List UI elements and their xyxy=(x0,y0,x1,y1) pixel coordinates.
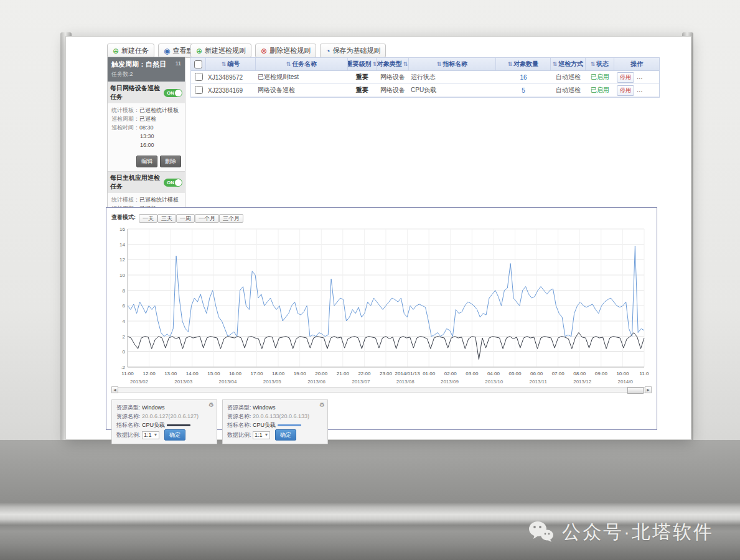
sidebar-header: 触发周期：自然日 任务数:2 11 xyxy=(108,57,185,82)
col-metric[interactable]: ⇅指标名称 xyxy=(409,58,496,70)
cell-count-link[interactable]: 5 xyxy=(496,87,551,94)
sort-icon: ⇅ xyxy=(222,61,227,67)
task-toggle[interactable]: ON xyxy=(164,179,182,187)
stop-button[interactable]: 停用 xyxy=(617,72,634,83)
cell-actions: 停用 编辑 删除 xyxy=(614,72,659,83)
cell-name: 已巡检规则test xyxy=(256,73,348,82)
new-task-label: 新建任务 xyxy=(121,46,149,55)
view-mode-button[interactable]: 一周 xyxy=(176,214,195,223)
col-label: 对象类型 xyxy=(377,60,402,68)
row-select-cell xyxy=(191,73,206,82)
task-card: 每日网络设备巡检任务 ON 统计模板：已巡检统计模板 巡检周期：已巡检 巡检时间… xyxy=(108,82,185,171)
trigger-period-title: 触发周期：自然日 xyxy=(111,60,181,69)
cell-metric: 运行状态 xyxy=(409,73,496,82)
svg-text:0: 0 xyxy=(123,349,126,355)
task-card-title-row: 每日主机应用巡检任务 ON xyxy=(108,172,185,193)
svg-text:04:00: 04:00 xyxy=(487,371,500,376)
delete-icon: ⊗ xyxy=(261,47,267,55)
metric-value: CPU负载 xyxy=(253,422,276,428)
svg-text:17:00: 17:00 xyxy=(250,371,263,376)
ratio-select[interactable]: 1:1▼ xyxy=(253,431,270,439)
ok-button[interactable]: 确定 xyxy=(275,429,296,441)
delete-rule-button[interactable]: ⊗ 删除巡检规则 xyxy=(255,44,316,58)
extra-time: 13:30 xyxy=(111,132,181,141)
gear-icon[interactable]: ⚙ xyxy=(208,401,214,408)
col-label: 指标名称 xyxy=(443,60,467,68)
view-mode-button[interactable]: 三天 xyxy=(157,214,176,223)
svg-text:2: 2 xyxy=(123,334,126,340)
type-label: 资源类型: xyxy=(116,404,141,411)
ok-button[interactable]: 确定 xyxy=(164,429,185,441)
row-checkbox[interactable] xyxy=(195,73,203,81)
cell-status: 已启用 xyxy=(586,73,614,82)
watermark: 公众号·北塔软件 xyxy=(528,520,714,545)
svg-text:-2: -2 xyxy=(121,365,126,370)
sort-icon: ⇅ xyxy=(437,61,442,67)
col-mode[interactable]: ⇅巡检方式 xyxy=(551,58,586,70)
svg-text:10: 10 xyxy=(119,273,125,278)
col-obj-type[interactable]: 对象类型⇅ xyxy=(377,58,409,70)
view-mode-label: 查看模式: xyxy=(111,213,136,222)
name-value: 20.0.6.127(20.0.6.127) xyxy=(142,413,199,419)
cell-actions: 停用 编辑 删除 xyxy=(614,85,659,96)
col-status[interactable]: ⇅状态 xyxy=(586,58,614,70)
task-delete-button[interactable]: 删除 xyxy=(160,156,181,167)
task-count: 任务数:2 xyxy=(111,70,181,78)
svg-text:18:00: 18:00 xyxy=(272,371,285,376)
select-all-checkbox[interactable] xyxy=(194,60,202,68)
scroll-right-arrow[interactable]: ► xyxy=(645,386,652,393)
col-name[interactable]: ⇅任务名称 xyxy=(256,58,348,70)
metric-label: 指标名称: xyxy=(227,422,251,428)
date-tick: 2014/0 xyxy=(618,379,633,385)
line-chart[interactable]: -2024681012141611:0012:0013:0014:0015:00… xyxy=(111,224,650,378)
new-rule-button[interactable]: ⊕ 新建巡检规则 xyxy=(190,44,251,58)
delete-button[interactable]: 删除 xyxy=(658,85,659,96)
view-mode-button[interactable]: 一个月 xyxy=(195,214,219,223)
field-label: 巡检周期： xyxy=(111,116,139,122)
scroll-handle[interactable] xyxy=(627,387,644,394)
svg-text:22:00: 22:00 xyxy=(358,371,371,376)
col-id[interactable]: ⇅编号 xyxy=(206,58,256,70)
col-count[interactable]: ⇅对象数量 xyxy=(496,58,551,70)
sort-icon: ⇅ xyxy=(591,61,596,67)
series-line-swatch xyxy=(167,424,190,426)
field-label: 巡检时间： xyxy=(111,124,139,131)
edit-button[interactable]: 编辑 xyxy=(637,72,655,83)
view-mode-button[interactable]: 一天 xyxy=(139,214,157,223)
add-icon: ⊕ xyxy=(196,47,202,55)
scroll-left-arrow[interactable]: ◄ xyxy=(111,386,118,393)
task-toggle[interactable]: ON xyxy=(164,89,182,97)
save-base-rule-label: 保存为基础规则 xyxy=(332,46,380,55)
col-label: 重要级别 xyxy=(348,60,372,68)
gear-icon[interactable]: ⚙ xyxy=(319,401,325,408)
date-tick: 2013/12 xyxy=(573,379,591,385)
cell-id: XJ23384169 xyxy=(206,87,256,94)
stop-button[interactable]: 停用 xyxy=(617,85,634,96)
edit-button[interactable]: 编辑 xyxy=(637,85,655,96)
chart-panel: 查看模式: 一天三天一周一个月三个月 -2024681012141611:001… xyxy=(106,207,657,430)
ratio-select[interactable]: 1:1▼ xyxy=(142,431,159,439)
new-task-button[interactable]: ⊕ 新建任务 xyxy=(107,44,154,58)
field-value: 已巡检统计模板 xyxy=(139,107,179,113)
delete-button[interactable]: 删除 xyxy=(658,72,659,83)
svg-text:06:00: 06:00 xyxy=(530,371,543,376)
collapse-icon[interactable]: 11 xyxy=(176,60,181,67)
date-tick: 2013/03 xyxy=(174,379,192,385)
date-tick: 2013/11 xyxy=(530,379,547,385)
view-mode-button[interactable]: 三个月 xyxy=(219,214,243,223)
svg-text:4: 4 xyxy=(123,319,126,324)
col-level[interactable]: 重要级别⇅ xyxy=(348,58,377,70)
cell-count-link[interactable]: 16 xyxy=(496,74,551,81)
scroll-track[interactable] xyxy=(118,387,645,393)
rules-toolbar: ⊕ 新建巡检规则 ⊗ 删除巡检规则 ◔ 保存为基础规则 xyxy=(190,44,386,58)
save-base-rule-button[interactable]: ◔ 保存为基础规则 xyxy=(320,44,386,58)
add-icon: ⊕ xyxy=(113,47,119,55)
col-label: 任务名称 xyxy=(292,60,317,68)
chevron-down-icon: ▼ xyxy=(154,431,158,439)
name-label: 资源名称: xyxy=(227,413,251,419)
col-actions: 操作 xyxy=(614,58,659,70)
svg-text:11:0: 11:0 xyxy=(640,371,650,376)
task-edit-button[interactable]: 编辑 xyxy=(136,156,157,167)
svg-text:15:00: 15:00 xyxy=(207,371,220,376)
row-checkbox[interactable] xyxy=(195,86,203,94)
